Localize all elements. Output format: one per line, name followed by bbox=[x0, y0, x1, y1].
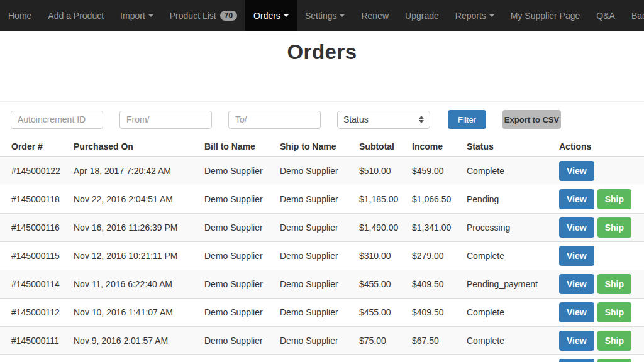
column-header-bill-to-name: Bill to Name bbox=[199, 136, 275, 157]
cell-bill: Demo Supplier bbox=[199, 185, 275, 214]
from-date-input[interactable] bbox=[119, 111, 212, 129]
cell-ship: Demo Supplier bbox=[275, 214, 354, 242]
nav-item-label: Back to Home bbox=[631, 11, 644, 21]
cell-status: Pending bbox=[462, 185, 554, 214]
cell-bill bbox=[199, 355, 275, 362]
view-button[interactable]: View bbox=[559, 331, 594, 351]
cell-order: #145000111 bbox=[0, 327, 69, 355]
view-button[interactable]: View bbox=[559, 161, 594, 181]
view-button[interactable]: View bbox=[559, 302, 594, 322]
to-date-input[interactable] bbox=[228, 111, 321, 129]
nav-item-back-to-home[interactable]: Back to Home bbox=[623, 0, 644, 31]
nav-item-product-list[interactable]: Product List70 bbox=[162, 0, 245, 31]
nav-item-settings[interactable]: Settings bbox=[297, 0, 353, 31]
filter-bar: Status Filter Export to CSV bbox=[0, 101, 644, 136]
cell-order: #145000116 bbox=[0, 214, 69, 242]
cell-subtotal bbox=[354, 355, 407, 362]
cell-subtotal: $75.00 bbox=[354, 327, 407, 355]
cell-bill: Demo Supplier bbox=[199, 214, 275, 242]
nav-item-reports[interactable]: Reports bbox=[447, 0, 502, 31]
table-header-row: Order #Purchased OnBill to NameShip to N… bbox=[0, 136, 644, 157]
autoincrement-id-input[interactable] bbox=[11, 111, 103, 129]
view-button[interactable]: View bbox=[559, 189, 594, 209]
nav-item-add-a-product[interactable]: Add a Product bbox=[40, 0, 112, 31]
ship-button[interactable]: Ship bbox=[597, 359, 631, 362]
cell-income: $67.50 bbox=[407, 327, 462, 355]
table-row: ViewShip bbox=[0, 355, 644, 362]
column-header-purchased-on: Purchased On bbox=[69, 136, 199, 157]
cell-income: $279.00 bbox=[407, 242, 462, 270]
nav-item-home[interactable]: Home bbox=[0, 0, 40, 31]
cell-order: #145000114 bbox=[0, 270, 69, 299]
cell-subtotal: $1,490.00 bbox=[354, 214, 407, 242]
nav-item-q-a[interactable]: Q&A bbox=[588, 0, 623, 31]
nav-item-label: Add a Product bbox=[48, 11, 104, 21]
nav-item-upgrade[interactable]: Upgrade bbox=[397, 0, 447, 31]
column-header-income: Income bbox=[407, 136, 462, 157]
cell-ship: Demo Supplier bbox=[275, 185, 354, 214]
view-button[interactable]: View bbox=[559, 217, 594, 238]
filter-button[interactable]: Filter bbox=[448, 110, 486, 129]
cell-bill: Demo Supplier bbox=[199, 242, 275, 270]
nav-item-label: Settings bbox=[305, 11, 337, 21]
caret-down-icon bbox=[284, 14, 289, 17]
nav-item-label: Renew bbox=[361, 11, 389, 21]
cell-actions: ViewShip bbox=[554, 299, 644, 327]
ship-button[interactable]: Ship bbox=[597, 274, 631, 294]
column-header-ship-to-name: Ship to Name bbox=[275, 136, 354, 157]
table-row: #145000111Nov 9, 2016 2:01:57 AMDemo Sup… bbox=[0, 327, 644, 355]
nav-item-label: Upgrade bbox=[405, 11, 439, 21]
caret-down-icon bbox=[489, 14, 494, 17]
cell-income: $459.00 bbox=[407, 157, 462, 185]
status-select[interactable]: Status bbox=[337, 111, 430, 129]
page-title: Orders bbox=[0, 31, 644, 64]
cell-status: Complete bbox=[462, 242, 554, 270]
nav-item-my-supplier-page[interactable]: My Supplier Page bbox=[502, 0, 589, 31]
ship-button[interactable]: Ship bbox=[597, 331, 631, 351]
cell-subtotal: $455.00 bbox=[354, 299, 407, 327]
cell-actions: View bbox=[554, 157, 644, 185]
orders-table: Order #Purchased OnBill to NameShip to N… bbox=[0, 136, 644, 362]
cell-status: Complete bbox=[462, 299, 554, 327]
caret-down-icon bbox=[340, 14, 345, 17]
table-row: #145000112Nov 10, 2016 1:41:07 AMDemo Su… bbox=[0, 299, 644, 327]
ship-button[interactable]: Ship bbox=[597, 189, 631, 209]
nav-item-label: Product List bbox=[170, 11, 216, 21]
export-csv-button[interactable]: Export to CSV bbox=[502, 110, 561, 129]
status-select-value: Status bbox=[343, 114, 369, 124]
cell-ship: Demo Supplier bbox=[275, 327, 354, 355]
cell-subtotal: $510.00 bbox=[354, 157, 407, 185]
nav-item-import[interactable]: Import bbox=[112, 0, 162, 31]
cell-actions: View bbox=[554, 242, 644, 270]
caret-down-icon bbox=[148, 14, 153, 17]
view-button[interactable]: View bbox=[559, 246, 594, 266]
cell-purchased: Nov 12, 2016 10:21:11 PM bbox=[69, 242, 199, 270]
cell-order: #145000112 bbox=[0, 299, 69, 327]
nav-item-label: Home bbox=[8, 11, 31, 21]
cell-actions: ViewShip bbox=[554, 185, 644, 214]
ship-button[interactable]: Ship bbox=[597, 302, 631, 322]
cell-status bbox=[462, 355, 554, 362]
cell-subtotal: $455.00 bbox=[354, 270, 407, 299]
cell-purchased: Nov 11, 2016 6:22:40 AM bbox=[69, 270, 199, 299]
view-button[interactable]: View bbox=[559, 274, 594, 294]
top-navbar: HomeAdd a ProductImportProduct List70Ord… bbox=[0, 0, 644, 31]
nav-item-label: Orders bbox=[253, 11, 280, 21]
nav-item-orders[interactable]: Orders bbox=[245, 0, 297, 31]
cell-status: Complete bbox=[462, 327, 554, 355]
cell-actions: ViewShip bbox=[554, 270, 644, 299]
ship-button[interactable]: Ship bbox=[597, 217, 631, 238]
cell-actions: ViewShip bbox=[554, 214, 644, 242]
table-row: #145000114Nov 11, 2016 6:22:40 AMDemo Su… bbox=[0, 270, 644, 299]
cell-order: #145000115 bbox=[0, 242, 69, 270]
cell-bill: Demo Supplier bbox=[199, 270, 275, 299]
cell-subtotal: $1,185.00 bbox=[354, 185, 407, 214]
cell-ship: Demo Supplier bbox=[275, 242, 354, 270]
cell-income: $1,066.50 bbox=[407, 185, 462, 214]
cell-status: Pending_payment bbox=[462, 270, 554, 299]
cell-actions: ViewShip bbox=[554, 355, 644, 362]
cell-income: $409.50 bbox=[407, 299, 462, 327]
view-button[interactable]: View bbox=[559, 359, 594, 362]
nav-item-renew[interactable]: Renew bbox=[353, 0, 397, 31]
cell-purchased: Nov 10, 2016 1:41:07 AM bbox=[69, 299, 199, 327]
